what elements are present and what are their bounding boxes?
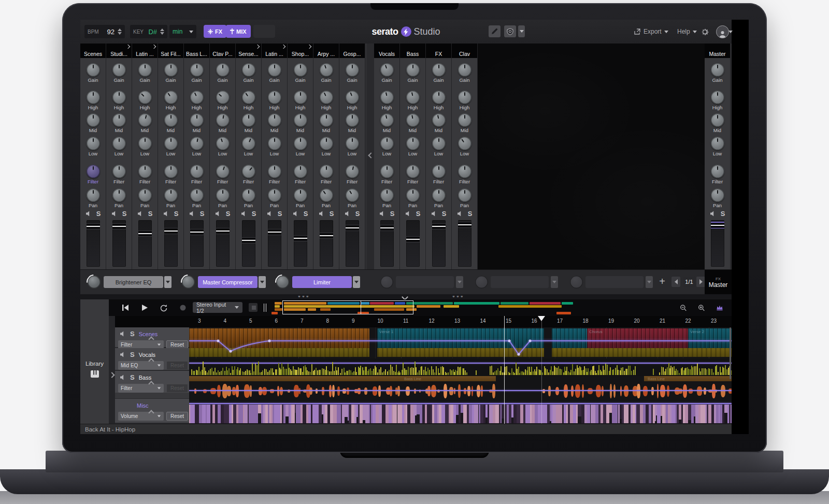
channel-header[interactable]: Shop... <box>288 44 313 58</box>
fx-select-button[interactable] <box>491 276 549 288</box>
knob-pan[interactable] <box>138 189 152 202</box>
knob-mid[interactable] <box>711 113 724 127</box>
knob-filter[interactable] <box>406 165 420 178</box>
mute-button[interactable] <box>431 209 437 219</box>
knob-low[interactable] <box>406 137 420 150</box>
knob-low[interactable] <box>380 137 394 150</box>
mute-button[interactable] <box>163 209 169 219</box>
channel-header[interactable]: Master <box>705 44 730 58</box>
knob-high[interactable] <box>190 91 204 104</box>
knob-pan[interactable] <box>711 189 724 202</box>
fx-view-button[interactable]: FX <box>204 25 226 38</box>
zoom-in-button[interactable] <box>695 301 708 314</box>
knob-low[interactable] <box>112 137 126 150</box>
fx-amount-knob[interactable] <box>182 276 195 289</box>
automation-param-select[interactable]: Mid EQ <box>118 361 164 370</box>
channel-header[interactable]: Sense... <box>236 44 261 58</box>
knob-high[interactable] <box>346 91 359 104</box>
knob-filter[interactable] <box>112 165 126 178</box>
knob-high[interactable] <box>112 91 126 104</box>
key-value[interactable]: D# <box>148 28 157 36</box>
fx-dropdown-button[interactable] <box>456 276 463 288</box>
avatar-dropdown[interactable] <box>728 20 733 44</box>
volume-fader[interactable] <box>112 220 126 267</box>
mute-button[interactable] <box>111 209 118 219</box>
channel-header[interactable]: Sat Fil... <box>158 44 183 58</box>
knob-filter[interactable] <box>711 165 724 178</box>
volume-fader[interactable] <box>294 220 307 267</box>
lane-bass[interactable]: Bass LineBass Line <box>189 376 732 402</box>
reset-button[interactable]: Reset <box>166 361 188 370</box>
fx-dropdown-button[interactable] <box>353 276 360 288</box>
fx-page-next-button[interactable] <box>696 277 705 287</box>
knob-filter[interactable] <box>346 165 359 178</box>
knob-low[interactable] <box>432 137 446 150</box>
knob-low[interactable] <box>458 137 471 150</box>
vocals-automation-line[interactable] <box>189 363 732 364</box>
knob-filter[interactable] <box>138 165 152 178</box>
knob-mid[interactable] <box>346 113 359 127</box>
volume-fader[interactable] <box>432 220 446 267</box>
export-menu[interactable]: Export <box>634 20 668 44</box>
volume-fader[interactable] <box>458 220 471 267</box>
solo-button[interactable]: S <box>721 210 725 218</box>
mute-button[interactable] <box>189 209 195 219</box>
knob-filter[interactable] <box>216 165 230 178</box>
knob-filter[interactable] <box>87 165 100 178</box>
reset-button[interactable]: Reset <box>166 384 188 393</box>
channel-header[interactable]: Arpy ... <box>313 44 339 58</box>
volume-fader[interactable] <box>346 220 359 267</box>
knob-pan[interactable] <box>268 189 281 202</box>
knob-low[interactable] <box>190 137 204 150</box>
knob-pan[interactable] <box>164 189 178 202</box>
knob-low[interactable] <box>87 137 100 150</box>
fx-select-button[interactable]: Limiter <box>292 276 352 288</box>
channel-header[interactable]: Gosp... <box>339 44 365 58</box>
knob-low[interactable] <box>268 137 281 150</box>
panel-splitter[interactable]: ••• ••• <box>80 294 732 299</box>
knob-low[interactable] <box>320 137 333 150</box>
knob-mid[interactable] <box>190 113 204 127</box>
knob-gain[interactable] <box>294 63 307 77</box>
fader-handle[interactable] <box>320 233 333 239</box>
volume-fader[interactable] <box>406 220 420 267</box>
knob-high[interactable] <box>138 91 152 104</box>
fader-handle[interactable] <box>190 229 204 235</box>
solo-button[interactable]: S <box>130 330 135 338</box>
knob-gain[interactable] <box>138 63 152 77</box>
automation-param-select[interactable]: Volume <box>118 412 164 421</box>
knob-pan[interactable] <box>346 189 359 202</box>
knob-pan[interactable] <box>190 189 204 202</box>
fader-handle[interactable] <box>432 223 446 229</box>
fx-amount-knob[interactable] <box>276 276 289 289</box>
knob-pan[interactable] <box>242 189 255 202</box>
solo-button[interactable]: S <box>122 210 127 218</box>
knob-mid[interactable] <box>268 113 281 127</box>
knob-high[interactable] <box>406 91 420 104</box>
solo-button[interactable]: S <box>468 210 473 218</box>
solo-button[interactable]: S <box>304 210 308 218</box>
play-button[interactable] <box>137 301 152 314</box>
knob-mid[interactable] <box>458 113 471 127</box>
solo-button[interactable]: S <box>200 210 205 218</box>
mute-button[interactable] <box>457 209 463 219</box>
knob-pan[interactable] <box>406 189 420 202</box>
practice-pad-button[interactable] <box>489 25 501 37</box>
fx-dropdown-button[interactable] <box>259 276 266 288</box>
channel-header[interactable]: Scenes <box>80 44 106 58</box>
knob-pan[interactable] <box>216 189 230 202</box>
library-sidebar[interactable]: Library <box>80 299 109 424</box>
solo-button[interactable]: S <box>174 210 179 218</box>
volume-fader[interactable] <box>216 220 230 267</box>
bass-automation-line[interactable] <box>189 390 732 391</box>
knob-gain[interactable] <box>268 63 281 77</box>
knob-filter[interactable] <box>190 165 204 178</box>
fx-select-button[interactable] <box>585 276 644 288</box>
knob-low[interactable] <box>138 137 152 150</box>
volume-fader[interactable] <box>711 220 724 267</box>
volume-fader[interactable] <box>268 220 281 267</box>
volume-fader[interactable] <box>320 220 333 267</box>
lane-misc[interactable] <box>189 402 732 424</box>
add-fx-button[interactable]: + <box>656 276 668 287</box>
knob-gain[interactable] <box>87 63 100 77</box>
